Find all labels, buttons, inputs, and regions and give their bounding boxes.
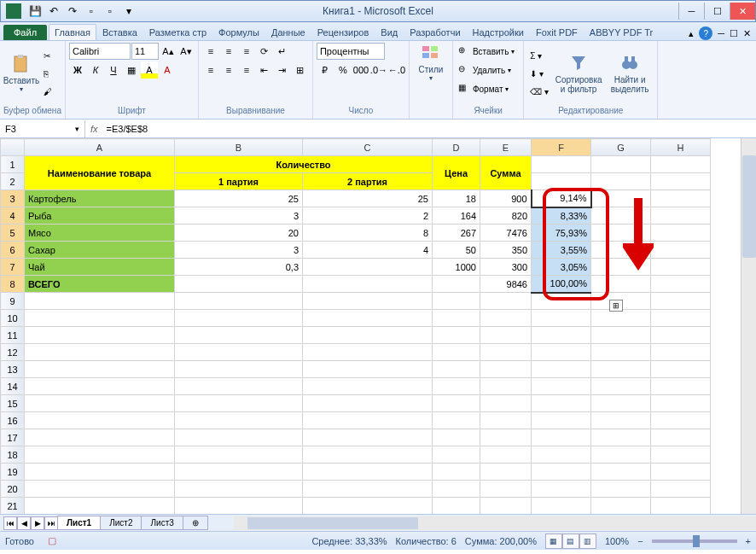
cell-G6[interactable] [591,242,651,259]
col-header-H[interactable]: H [651,139,711,156]
styles-button[interactable]: Стили ▾ [413,43,449,82]
fill-icon[interactable]: ⬇ ▾ [527,65,551,82]
vertical-scrollbar[interactable] [741,138,756,514]
row-header-5[interactable]: 5 [1,225,25,242]
sheet-tab-1[interactable]: Лист1 [57,516,101,530]
format-painter-icon[interactable]: 🖌 [41,83,55,100]
tab-foxit[interactable]: Foxit PDF [530,24,584,40]
cell-A8[interactable]: ВСЕГО [25,276,175,293]
tab-developer[interactable]: Разработчи [404,24,466,40]
align-bottom-icon[interactable]: ≡ [238,43,255,60]
col-header-D[interactable]: D [433,139,480,156]
name-box[interactable]: F3▾ [0,120,85,137]
tab-addins[interactable]: Надстройки [467,24,530,40]
row-header-16[interactable]: 16 [1,412,25,429]
cell-C8[interactable] [303,276,433,293]
cell-H2[interactable] [651,173,711,190]
cell-A5[interactable]: Мясо [25,225,175,242]
find-select-button[interactable]: Найти и выделить [606,43,654,104]
cell-E6[interactable]: 350 [480,242,532,259]
col-header-B[interactable]: B [175,139,303,156]
file-tab[interactable]: Файл [3,25,47,40]
cell-F4[interactable]: 8,33% [532,207,591,225]
minimize-ribbon-icon[interactable]: ▴ [689,28,694,39]
cell-B3[interactable]: 25 [175,190,303,207]
font-name-input[interactable] [69,43,131,60]
row-header-2[interactable]: 2 [1,173,25,190]
autofill-options-icon[interactable]: ⊞ [609,300,623,312]
cell-E3[interactable]: 900 [480,190,532,207]
sheet-nav-prev[interactable]: ◀ [17,516,31,530]
header-price[interactable]: Цена [433,156,480,190]
cell-C5[interactable]: 8 [303,225,433,242]
row-header-15[interactable]: 15 [1,395,25,412]
bold-button[interactable]: Ж [69,61,86,79]
zoom-in-button[interactable]: + [746,536,751,546]
delete-cells-button[interactable]: ⊖Удалить▾ [457,61,520,79]
cell-H5[interactable] [651,225,711,242]
tab-abbyy[interactable]: ABBYY PDF Tr [584,24,659,40]
cell-A3[interactable]: Картофель [25,190,175,207]
align-center-icon[interactable]: ≡ [220,61,237,79]
minimize-button[interactable]: ─ [678,3,704,20]
sheet-tab-2[interactable]: Лист2 [100,516,142,530]
col-header-F[interactable]: F [532,139,591,156]
cell-F3[interactable]: 9,14% [532,190,591,207]
comma-icon[interactable]: 000 [352,61,369,79]
format-cells-button[interactable]: ▦Формат▾ [457,80,520,97]
currency-icon[interactable]: ₽ [317,61,334,79]
qat-btn-4[interactable]: ▫ [83,3,100,20]
autosum-icon[interactable]: Σ ▾ [527,47,551,64]
cell-D6[interactable]: 50 [433,242,480,259]
sheet-nav-first[interactable]: ⏮ [3,516,17,530]
select-all-corner[interactable] [1,139,25,156]
col-header-C[interactable]: C [303,139,433,156]
paste-button[interactable]: Вставить ▾ [3,43,39,104]
align-top-icon[interactable]: ≡ [202,43,219,60]
view-normal-button[interactable]: ▦ [545,534,562,549]
increase-font-icon[interactable]: A▴ [160,43,177,60]
col-header-G[interactable]: G [591,139,651,156]
row-header-20[interactable]: 20 [1,481,25,498]
tab-review[interactable]: Рецензиров [311,24,375,40]
orientation-icon[interactable]: ⟳ [256,43,273,60]
increase-decimal-icon[interactable]: .0→ [370,61,387,79]
formula-input[interactable] [103,120,756,137]
save-icon[interactable]: 💾 [26,3,44,20]
cell-G2[interactable] [591,173,651,190]
cell-H7[interactable] [651,259,711,276]
tab-view[interactable]: Вид [375,24,404,40]
help-icon[interactable]: ? [699,26,712,40]
row-header-8[interactable]: 8 [1,276,25,293]
header-p1[interactable]: 1 партия [175,173,303,190]
cell-D7[interactable]: 1000 [433,259,480,276]
header-qty[interactable]: Количество [175,156,433,173]
cell-B4[interactable]: 3 [175,207,303,225]
cell-E5[interactable]: 7476 [480,225,532,242]
zoom-slider-thumb[interactable] [693,535,700,547]
insert-cells-button[interactable]: ⊕Вставить▾ [457,43,520,60]
tab-formulas[interactable]: Формулы [212,24,265,40]
row-header-17[interactable]: 17 [1,429,25,446]
tab-insert[interactable]: Вставка [96,24,143,40]
maximize-button[interactable]: ☐ [704,3,730,20]
cell-D5[interactable]: 267 [433,225,480,242]
qat-btn-5[interactable]: ▫ [102,3,119,20]
cell-C7[interactable] [303,259,433,276]
cell-E7[interactable]: 300 [480,259,532,276]
zoom-level[interactable]: 100% [605,536,629,546]
row-header-1[interactable]: 1 [1,156,25,173]
cell-C4[interactable]: 2 [303,207,433,225]
cell-C3[interactable]: 25 [303,190,433,207]
increase-indent-icon[interactable]: ⇥ [274,61,291,79]
doc-minimize-icon[interactable]: ─ [718,28,724,38]
undo-icon[interactable]: ↶ [45,3,62,20]
decrease-font-icon[interactable]: A▾ [177,43,195,60]
cell-H6[interactable] [651,242,711,259]
cell-H8[interactable] [651,276,711,293]
sheet-tab-3[interactable]: Лист3 [141,516,183,530]
cell-G5[interactable] [591,225,651,242]
cell-A6[interactable]: Сахар [25,242,175,259]
cell-E8[interactable]: 9846 [480,276,532,293]
row-header-12[interactable]: 12 [1,344,25,361]
